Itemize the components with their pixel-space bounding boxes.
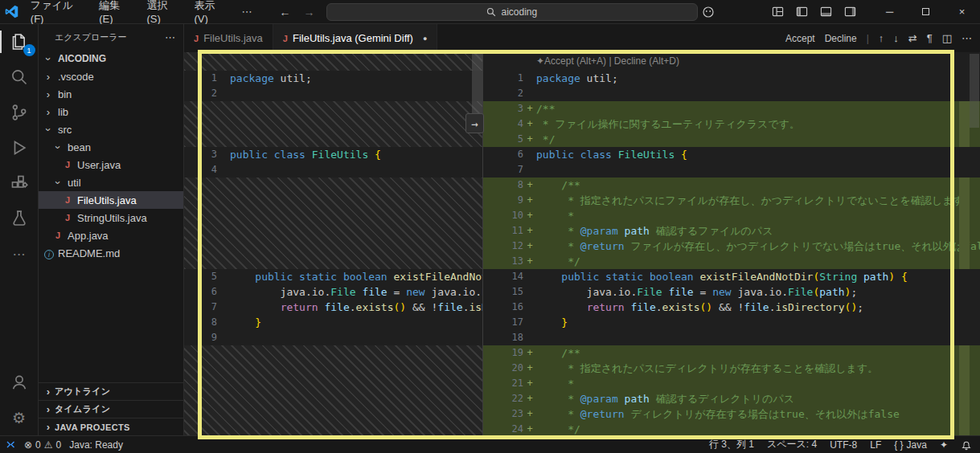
tab-fileutils[interactable]: J FileUtils.java xyxy=(184,24,273,52)
tree-item-bin[interactable]: ›bin xyxy=(39,85,183,103)
toggle-panel-icon[interactable] xyxy=(815,2,836,22)
code-line[interactable]: 6public class FileUtils { xyxy=(483,147,980,162)
language-mode[interactable]: { } Java xyxy=(894,439,927,451)
code-line[interactable]: 19+ /** xyxy=(483,345,980,361)
eol[interactable]: LF xyxy=(870,439,881,451)
code-line[interactable]: 15 java.io.File file = new java.io.File(… xyxy=(483,284,980,300)
code-line[interactable]: 23+ * @return ディレクトリが存在する場合はtrue、それ以外はfa… xyxy=(483,406,980,422)
menu-item-view[interactable]: 表示(V) xyxy=(187,0,235,25)
code-line[interactable]: 7 return file.exists() && !file.isDirect… xyxy=(184,300,482,315)
code-line[interactable]: 7 xyxy=(483,162,980,178)
menu-item-file[interactable]: ファイル(F) xyxy=(24,0,92,25)
code-line[interactable]: 20+ * 指定されたパスにディレクトリが存在することを確認します。 xyxy=(483,361,980,376)
code-line[interactable]: 18 xyxy=(483,330,980,345)
tree-item-bean[interactable]: ›bean xyxy=(39,138,183,156)
decline-button[interactable]: Decline xyxy=(825,33,857,44)
code-line[interactable]: 9 xyxy=(184,330,482,345)
code-line[interactable]: 11+ * @param path 確認するファイルのパス xyxy=(483,223,980,239)
activitybar-settings[interactable]: ⚙ xyxy=(0,400,39,435)
indentation[interactable]: スペース: 4 xyxy=(767,438,817,451)
swap-diff-button[interactable]: ⇄ xyxy=(908,32,917,44)
section-timeline[interactable]: › タイムライン xyxy=(39,400,183,418)
code-line[interactable]: 21+ * xyxy=(483,376,980,391)
tree-item--vscode[interactable]: ›.vscode xyxy=(39,67,183,85)
tree-item-stringutils-java[interactable]: JStringUtils.java xyxy=(39,209,183,226)
cursor-position[interactable]: 行 3、列 1 xyxy=(709,438,754,451)
code-line[interactable]: 1package util; xyxy=(483,71,980,86)
tree-item-aicoding[interactable]: ›AICODING xyxy=(39,50,183,67)
code-line[interactable]: 2 xyxy=(184,86,482,101)
code-line[interactable]: 3+/** xyxy=(483,101,980,116)
problems-indicator[interactable]: ⊗ 0 ⚠ 0 xyxy=(24,439,61,451)
code-line[interactable]: 8 } xyxy=(184,315,482,330)
code-line[interactable]: 8+ /** xyxy=(483,178,980,193)
nav-forward-icon[interactable]: → xyxy=(304,6,315,18)
activitybar-testing[interactable] xyxy=(0,201,39,236)
gemini-sparkle-icon[interactable]: ✦ xyxy=(940,439,948,451)
activitybar-explorer[interactable]: 1 xyxy=(0,24,39,59)
activitybar-source-control[interactable] xyxy=(0,95,39,130)
nav-back-icon[interactable]: ← xyxy=(280,6,291,18)
right-scrollbar[interactable] xyxy=(970,54,979,128)
code-line[interactable]: 24+ */ xyxy=(483,422,980,435)
code-line[interactable]: 4+ * ファイル操作に関するユーティリティクラスです。 xyxy=(483,116,980,132)
tree-item-app-java[interactable]: JApp.java xyxy=(39,226,183,244)
diff-hint[interactable]: ✦Accept (Alt+A) | Decline (Alt+D) xyxy=(483,52,980,71)
code-line[interactable]: 5 public static boolean existFileAndNotD… xyxy=(184,269,482,284)
menu-more-icon[interactable]: ⋯ xyxy=(236,6,259,18)
toggle-primary-sidebar-icon[interactable] xyxy=(791,2,812,22)
code-line[interactable]: 6 java.io.File file = new java.io.File(p… xyxy=(184,284,482,300)
customize-layout-icon[interactable] xyxy=(767,2,788,22)
menu-item-selection[interactable]: 選択(S) xyxy=(140,0,187,25)
activitybar-extensions[interactable] xyxy=(0,165,39,201)
activitybar-run-debug[interactable] xyxy=(0,130,39,165)
code-line[interactable]: 12+ * @return ファイルが存在し、かつディレクトリでない場合はtru… xyxy=(483,239,980,254)
code-line[interactable]: 3public class FileUtils { xyxy=(184,147,482,162)
code-line[interactable]: 5+ */ xyxy=(483,132,980,147)
encoding[interactable]: UTF-8 xyxy=(830,439,857,451)
code-line[interactable]: 14 public static boolean existFileAndNot… xyxy=(483,269,980,284)
activitybar-more[interactable]: ⋯ xyxy=(0,236,39,271)
left-scrollbar[interactable] xyxy=(472,54,482,121)
section-outline[interactable]: › アウトライン xyxy=(39,382,183,400)
tree-item-user-java[interactable]: JUser.java xyxy=(39,156,183,173)
code-line[interactable]: 13+ */ xyxy=(483,254,980,269)
menu-item-edit[interactable]: 編集(E) xyxy=(92,0,140,25)
whitespace-toggle-button[interactable]: ¶ xyxy=(927,32,933,44)
code-line[interactable]: 9+ * 指定されたパスにファイルが存在し、かつディレクトリでないことを確認しま… xyxy=(483,193,980,208)
previous-change-button[interactable]: ↑ xyxy=(879,32,884,44)
diff-modified-pane[interactable]: ✦Accept (Alt+A) | Decline (Alt+D) 1packa… xyxy=(483,52,980,435)
code-line[interactable]: 2 xyxy=(483,86,980,101)
remote-indicator[interactable] xyxy=(5,439,16,451)
java-status[interactable]: Java: Ready xyxy=(69,439,123,451)
tab-fileutils-gemini-diff[interactable]: J FileUtils.java (Gemini Diff) ● xyxy=(273,24,438,52)
window-close-button[interactable]: × xyxy=(944,0,980,24)
tree-item-fileutils-java[interactable]: JFileUtils.java xyxy=(39,191,183,209)
tree-item-util[interactable]: ›util xyxy=(39,173,183,191)
editor-more-button[interactable]: ⋯ xyxy=(962,32,972,44)
explorer-more-icon[interactable]: ⋯ xyxy=(165,31,175,43)
tree-item-src[interactable]: ›src xyxy=(39,120,183,138)
tree-item-lib[interactable]: ›lib xyxy=(39,103,183,120)
toggle-secondary-sidebar-icon[interactable] xyxy=(839,2,860,22)
code-line[interactable]: 4 xyxy=(184,162,482,178)
tree-item-readme-md[interactable]: iREADME.md xyxy=(39,244,183,262)
accept-change-arrow-button[interactable]: → xyxy=(465,113,484,133)
code-line[interactable]: 16 return file.exists() && !file.isDirec… xyxy=(483,300,980,315)
search-input[interactable]: aicoding xyxy=(326,3,698,21)
copilot-icon[interactable] xyxy=(698,2,719,22)
code-line[interactable]: 10+ * xyxy=(483,208,980,223)
code-line[interactable]: 17 } xyxy=(483,315,980,330)
code-line[interactable]: 1package util; xyxy=(184,71,482,86)
activitybar-account[interactable] xyxy=(0,365,39,400)
notifications-bell[interactable] xyxy=(961,439,972,451)
code-line[interactable]: 22+ * @param path 確認するディレクトリのパス xyxy=(483,391,980,406)
window-minimize-button[interactable]: ─ xyxy=(871,0,908,24)
next-change-button[interactable]: ↓ xyxy=(893,32,899,44)
accept-button[interactable]: Accept xyxy=(785,33,815,44)
diff-original-pane[interactable]: 1package util;23public class FileUtils {… xyxy=(184,52,482,435)
split-editor-button[interactable]: ◫ xyxy=(942,32,952,44)
section-java-projects[interactable]: › JAVA PROJECTS xyxy=(39,418,183,435)
window-maximize-button[interactable] xyxy=(908,0,944,24)
activitybar-search[interactable] xyxy=(0,59,39,95)
